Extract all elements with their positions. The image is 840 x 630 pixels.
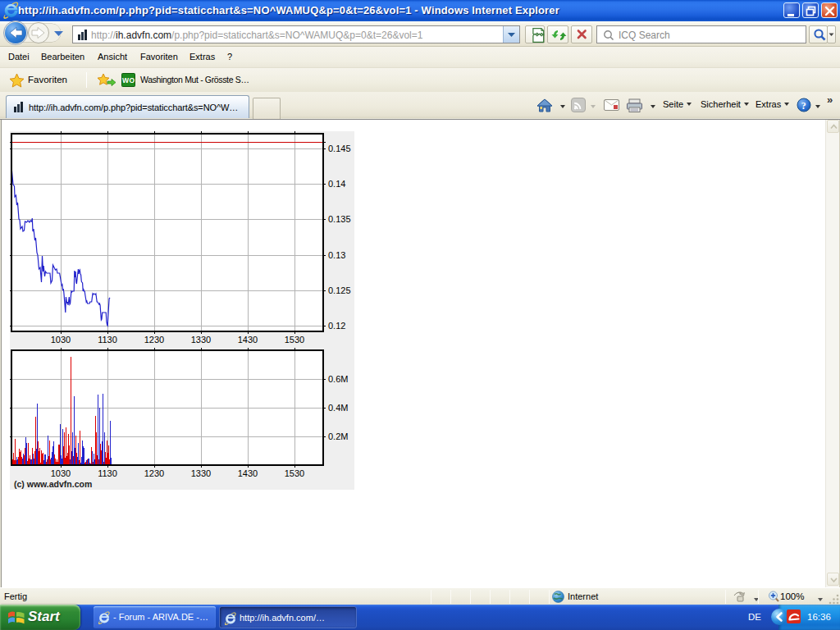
svg-text:1230: 1230 [144, 468, 164, 478]
svg-text:0.2M: 0.2M [328, 431, 348, 441]
svg-text:0.145: 0.145 [328, 144, 351, 153]
svg-text:1430: 1430 [238, 335, 258, 345]
svg-text:1530: 1530 [285, 335, 304, 345]
svg-text:1230: 1230 [144, 335, 164, 345]
svg-text:1130: 1130 [98, 335, 117, 345]
svg-text:1330: 1330 [191, 335, 211, 345]
svg-text:1430: 1430 [238, 468, 258, 478]
svg-text:1530: 1530 [285, 468, 304, 478]
svg-text:1330: 1330 [191, 468, 211, 478]
svg-text:O: O [130, 76, 135, 84]
svg-text:1030: 1030 [51, 335, 71, 345]
svg-text:0.135: 0.135 [328, 214, 351, 224]
svg-text:0.125: 0.125 [328, 285, 351, 295]
svg-text:0.13: 0.13 [328, 250, 345, 260]
svg-text:0.12: 0.12 [328, 321, 345, 331]
svg-text:?: ? [801, 100, 806, 112]
svg-text:0.14: 0.14 [328, 179, 345, 189]
svg-text:1130: 1130 [98, 468, 117, 478]
svg-text:1030: 1030 [51, 468, 71, 478]
svg-text:0.4M: 0.4M [328, 403, 348, 413]
svg-text:0.6M: 0.6M [328, 374, 348, 384]
svg-text:(c) www.advfn.com: (c) www.advfn.com [14, 479, 92, 489]
